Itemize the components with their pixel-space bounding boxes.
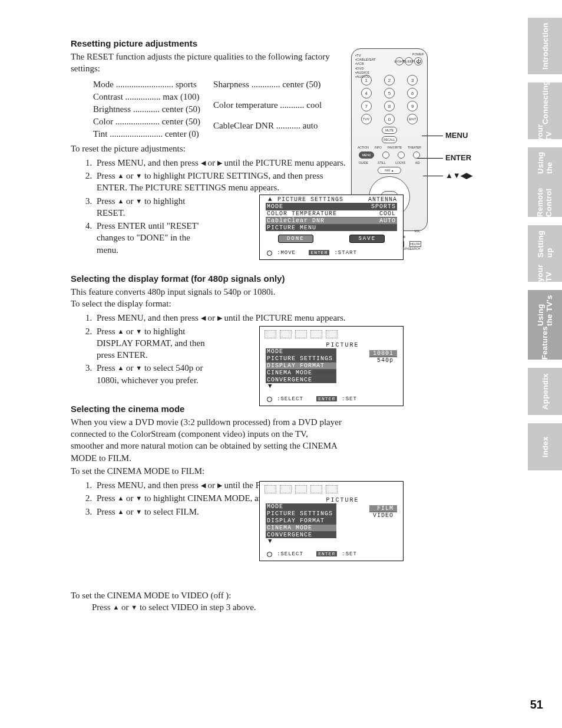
tab-introduction: Introduction (528, 18, 562, 74)
callout-menu: MENU (445, 131, 468, 140)
heading-display-format: Selecting the display format (for 480p s… (71, 274, 424, 284)
tab-setting-up: your TVSetting up (528, 225, 562, 282)
step-1: Press MENU, and then press ◀ or ▶ until … (94, 157, 353, 169)
text-cm-intro: When you view a DVD movie (3:2 pulldown … (71, 416, 342, 464)
tab-remote: Remote ControlUsing the (528, 147, 562, 217)
text-cm-lead: To set the CINEMA MODE to FILM: (71, 465, 424, 477)
text-df-lead: To select the display format: (71, 298, 424, 309)
step-4: Press ENTER until "RESET' changes to "DO… (94, 220, 212, 256)
osd-display-format: PICTURE MODE PICTURE SETTINGS DISPLAY FO… (259, 326, 404, 406)
tab-features: FeaturesUsing the TV's (528, 290, 562, 360)
step-2: Press ▲ or ▼ to highlight DISPLAY FORMAT… (94, 325, 212, 361)
step-3: Press ▲ or ▼ to highlight RESET. (94, 195, 212, 219)
callout-enter: ENTER (445, 153, 471, 162)
text-reset-intro: The RESET function adjusts the picture q… (71, 51, 330, 75)
step-3: Press ▲ or ▼ to select FILM. (94, 506, 212, 518)
text-video-off-step: Press ▲ or ▼ to select VIDEO in step 3 a… (92, 602, 424, 612)
osd-cinema-mode: PICTURE MODE PICTURE SETTINGS DISPLAY FO… (259, 481, 404, 561)
osd-picture-settings: PICTURE SETTINGSANTENNA MODESPORTS COLOR… (259, 195, 404, 260)
step-2: Press ▲ or ▼ to highlight PICTURE SETTIN… (94, 170, 353, 194)
tab-appendix: Appendix (528, 368, 562, 415)
heading-reset: Resetting picture adjustments (71, 38, 424, 48)
text-video-off-lead: To set the CINEMA MODE to VIDEO (off ): (71, 589, 424, 601)
page-number: 51 (530, 698, 543, 711)
step-1: Press MENU, and then press ◀ or ▶ until … (94, 312, 353, 324)
tab-connecting: your TVConnecting (528, 83, 562, 139)
tab-index: Index (528, 423, 562, 470)
chapter-tabs: Introduction your TVConnecting Remote Co… (528, 18, 562, 479)
callout-arrows: ▲▼◀▶ (445, 171, 472, 180)
text-df-intro: This feature converts 480p input signals… (71, 286, 424, 298)
step-3: Press ▲ or ▼ to select 540p or 1080i, wh… (94, 362, 212, 386)
